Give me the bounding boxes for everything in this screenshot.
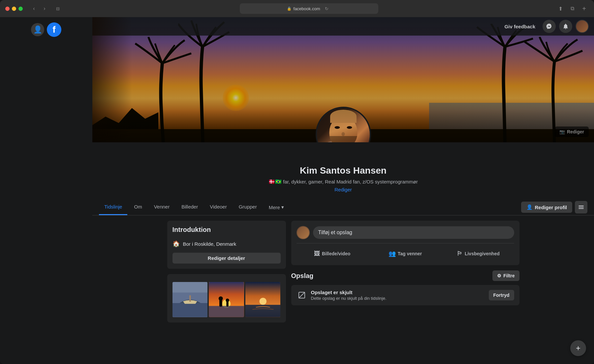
person-add-icon: 👤 [526,204,533,210]
svg-point-10 [219,296,223,301]
refresh-button[interactable]: ↻ [322,4,331,13]
traffic-lights [5,7,23,11]
filtre-button[interactable]: ⚙ Filtre [492,270,519,281]
more-options-button[interactable] [575,201,587,213]
tab-overview-button[interactable]: ⧉ [568,4,577,13]
mere-label: Mere [269,205,280,210]
profile-photo[interactable] [316,107,371,142]
svg-rect-8 [209,306,244,317]
svg-rect-11 [226,301,228,307]
close-button[interactable] [5,7,10,11]
photo-video-button[interactable]: 🖼 Billede/video [297,247,368,260]
post-avatar-face [297,227,309,238]
profile-body: Introduktion 🏠 Bor i Roskilde, Denmark R… [162,215,525,333]
hidden-post-description: Dette opslag er nu skjult på din tidslin… [311,296,485,301]
right-column: Tilføj et opslag 🖼 Billede/video 👥 Tag v… [291,221,519,328]
post-create-top: Tilføj et opslag [297,226,514,239]
cover-photo-area: Giv feedback [92,17,594,142]
life-event-label: Livsbegivenhed [465,251,500,256]
profile-bio-edit-link[interactable]: Rediger [334,187,352,192]
left-column: Introduktion 🏠 Bor i Roskilde, Denmark R… [167,221,286,328]
opslag-title: Opslag [291,272,314,280]
titlebar-right-buttons: ⬆ ⧉ + [556,4,589,13]
titlebar: ‹ › ⊟ 🔒 facebook.com ↻ ⬆ ⧉ + [0,0,594,17]
intro-card: Introduktion 🏠 Bor i Roskilde, Denmark R… [167,221,286,269]
tab-billeder[interactable]: Billeder [176,199,203,215]
facebook-sidebar: 👤 f [0,17,92,364]
chevron-down-icon: ▾ [281,204,284,210]
photo-video-label: Billede/video [322,251,350,256]
url-text: facebook.com [294,6,320,11]
tag-icon: 👥 [389,250,396,257]
sidebar-toggle-button[interactable]: ⊟ [53,4,62,13]
location-prefix: Bor i [183,241,195,247]
post-actions: 🖼 Billede/video 👥 Tag venner 🏳 Livsbegiv… [297,247,514,260]
fab-add-button[interactable]: + [570,340,586,356]
address-bar[interactable]: 🔒 facebook.com ↻ [240,3,378,14]
tab-videoer[interactable]: Videoer [204,199,232,215]
tab-tidslinje[interactable]: Tidslinje [99,199,127,215]
intro-location-text: Bor i Roskilde, Denmark [183,241,236,247]
browser-content: 👤 f [0,17,594,364]
profile-nav-actions: 👤 Rediger profil [521,201,587,213]
svg-rect-2 [189,295,191,302]
svg-rect-3 [172,282,208,293]
intro-title: Introduktion [172,226,281,234]
share-button[interactable]: ⬆ [556,4,565,13]
browser-nav-buttons: ‹ › [29,4,49,13]
back-button[interactable]: ‹ [29,4,39,13]
post-create-avatar [297,226,310,239]
photo-thumb-2[interactable] [209,282,244,317]
bio-flags: 🇩🇰🇧🇷 [268,179,282,185]
fortryd-button[interactable]: Fortryd [489,290,514,300]
location-name: Roskilde, Denmark [195,241,236,247]
tab-venner[interactable]: Venner [149,199,175,215]
add-tab-button[interactable]: + [579,4,589,13]
lock-icon: 🔒 [287,7,292,11]
svg-rect-1 [172,303,208,317]
tag-friends-button[interactable]: 👥 Tag venner [369,247,441,260]
svg-line-17 [299,292,305,298]
post-divider [297,243,514,243]
tab-mere-dropdown[interactable]: Mere ▾ [264,200,289,215]
address-bar-wrap: 🔒 facebook.com ↻ [66,3,552,14]
edit-details-button[interactable]: Rediger detaljer [172,253,281,264]
profile-info-section: Kim Santos Hansen 🇩🇰🇧🇷 far, dykker, game… [92,142,594,199]
opslag-header: Opslag ⚙ Filtre [291,270,519,281]
hidden-post-card: Opslaget er skjult Dette opslag er nu sk… [291,285,519,305]
tab-om[interactable]: Om [129,199,147,215]
fullscreen-button[interactable] [18,7,23,11]
intro-location-item: 🏠 Bor i Roskilde, Denmark [172,238,281,250]
tag-friends-label: Tag venner [398,251,422,256]
flag-icon: 🏳 [457,250,463,257]
facebook-logo[interactable]: f [47,22,61,37]
hidden-post-text: Opslaget er skjult Dette opslag er nu sk… [311,290,485,301]
svg-point-14 [259,298,266,305]
facebook-main: Giv feedback [92,17,594,364]
user-small-avatar: 👤 [31,23,44,36]
profile-photo-wrapper: 📷 [316,107,371,142]
post-create-card: Tilføj et opslag 🖼 Billede/video 👥 Tag v… [291,221,519,265]
post-input-button[interactable]: Tilføj et opslag [313,226,514,239]
minimize-button[interactable] [12,7,16,11]
photo-thumb-1[interactable] [172,282,208,317]
bio-text: far, dykker, gamer, Real Madrid fan, z/O… [283,179,418,184]
profile-name: Kim Santos Hansen [99,165,587,176]
photo-thumb-3[interactable] [245,282,281,317]
fb-logo-area: 👤 f [31,22,61,37]
photos-grid [172,282,281,317]
svg-point-12 [226,298,229,302]
filter-icon: ⚙ [497,273,501,278]
forward-button[interactable]: › [40,4,49,13]
home-icon: 🏠 [172,240,180,247]
tab-grupper[interactable]: Grupper [234,199,262,215]
photos-card [167,274,286,322]
life-event-button[interactable]: 🏳 Livsbegivenhed [442,247,514,260]
hidden-post-title: Opslaget er skjult [311,290,485,295]
photo-icon: 🖼 [314,250,320,257]
hidden-icon [297,290,307,300]
edit-profile-button[interactable]: 👤 Rediger profil [521,202,572,213]
profile-nav: Tidslinje Om Venner Billeder Videoer Gru… [92,199,594,215]
profile-bio: 🇩🇰🇧🇷 far, dykker, gamer, Real Madrid fan… [99,179,587,185]
profile-nav-tabs: Tidslinje Om Venner Billeder Videoer Gru… [99,199,521,215]
